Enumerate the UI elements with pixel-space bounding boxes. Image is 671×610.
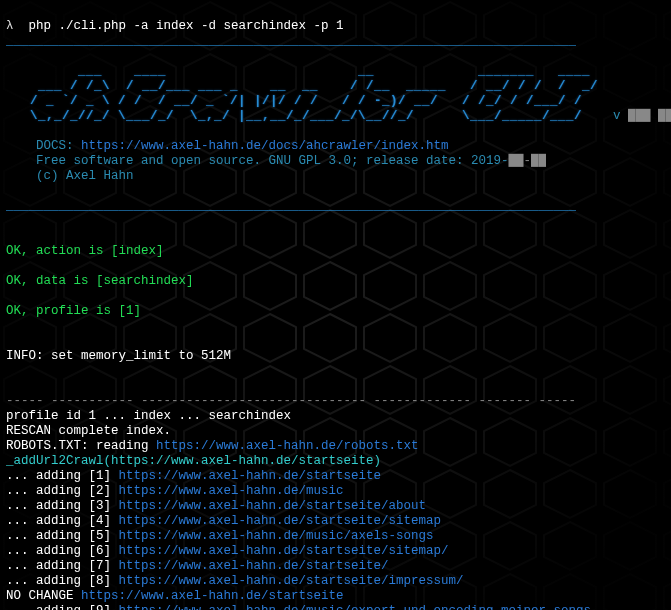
docs-url: https://www.axel-hahn.de/docs/ahcrawler/…	[81, 139, 449, 153]
status-profile: OK, profile is [1]	[6, 304, 141, 318]
addurl-line: _addUrl2Crawl(https://www.axel-hahn.de/s…	[6, 454, 381, 468]
add-line-4: ... adding [4] https://www.axel-hahn.de/…	[6, 514, 441, 528]
nochange-line: NO CHANGE https://www.axel-hahn.de/start…	[6, 589, 344, 603]
add-line-1: ... adding [1] https://www.axel-hahn.de/…	[6, 469, 381, 483]
terminal-output: λ php ./cli.php -a index -d searchindex …	[0, 0, 671, 610]
divider: ________________________________________…	[6, 199, 576, 213]
license-line: Free software and open source. GNU GPL 3…	[36, 154, 509, 168]
add-line-5: ... adding [5] https://www.axel-hahn.de/…	[6, 529, 434, 543]
profile-line: profile id 1 ... index ... searchindex	[6, 409, 291, 423]
rescan-line: RESCAN complete index.	[6, 424, 171, 438]
add-line-8: ... adding [8] https://www.axel-hahn.de/…	[6, 574, 464, 588]
add-line-2: ... adding [2] https://www.axel-hahn.de/…	[6, 484, 344, 498]
add-line-9: ... adding [9] https://www.axel-hahn.de/…	[6, 604, 591, 610]
docs-label: DOCS:	[36, 139, 81, 153]
prompt-line: λ php ./cli.php -a index -d searchindex …	[6, 19, 344, 33]
status-action: OK, action is [index]	[6, 244, 164, 258]
ascii-banner: ___ ____ __ _______ ____ ___ / /_\ / __/…	[6, 64, 598, 123]
add-line-7: ... adding [7] https://www.axel-hahn.de/…	[6, 559, 389, 573]
add-line-3: ... adding [3] https://www.axel-hahn.de/…	[6, 499, 426, 513]
robots-line: ROBOTS.TXT: reading https://www.axel-hah…	[6, 439, 419, 453]
divider: ________________________________________…	[6, 34, 576, 48]
info-memory: INFO: set memory_limit to 512M	[6, 349, 231, 363]
divider: ----- ----------- ----------------------…	[6, 394, 576, 408]
status-data: OK, data is [searchindex]	[6, 274, 194, 288]
add-line-6: ... adding [6] https://www.axel-hahn.de/…	[6, 544, 449, 558]
copyright-line: (c) Axel Hahn	[36, 169, 134, 183]
